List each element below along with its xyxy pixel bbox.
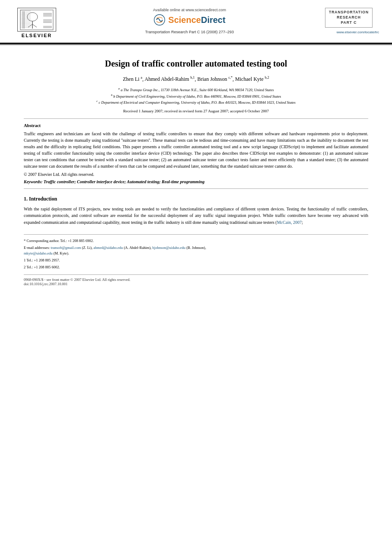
journal-title-line3: PART C [341, 20, 357, 25]
footnote-corresponding: * Corresponding author. Tel.: +1 208 885… [24, 238, 368, 244]
section-1-body: With the rapid deployment of ITS project… [24, 206, 368, 226]
header: ELSEVIER Available online at www.science… [0, 0, 392, 43]
abstract-section: Abstract Traffic engineers and technicia… [24, 123, 368, 184]
divider-bottom [24, 188, 368, 189]
email-mkname: (M. Kyte). [54, 251, 69, 255]
header-right: TRANSPORTATION RESEARCH PART C www.elsev… [319, 8, 379, 34]
elsevier-logo: ELSEVIER [13, 8, 61, 38]
svg-line-6 [32, 24, 37, 27]
section-1-label: Introduction [29, 196, 57, 202]
journal-url: www.elsevier.com/locate/trc [337, 30, 379, 34]
email-label: E-mail addresses: [24, 245, 51, 250]
email-bjohnson[interactable]: bjohnson@uidaho.edu [153, 245, 186, 250]
author-zhen-li: Zhen Li a [123, 76, 142, 82]
footer-issn: 0968-090X/$ - see front matter © 2007 El… [24, 277, 368, 282]
main-content: Design of traffic controller automated t… [0, 45, 392, 295]
journal-citation: Transportation Research Part C 16 (2008)… [145, 30, 234, 34]
author-ahmed: Ahmed Abdel-Rahim b,1 [145, 76, 195, 82]
received-dates: Received 1 January 2007; received in rev… [24, 109, 368, 113]
author-michael: Michael Kyte b,2 [235, 76, 269, 82]
section-1-number: 1. [24, 196, 29, 202]
header-center: Available online at www.sciencedirect.co… [61, 8, 319, 34]
journal-title-line2: RESEARCH [337, 15, 361, 19]
email-ahmed[interactable]: ahmed@uidaho.edu [93, 245, 123, 250]
footnote-email: E-mail addresses: transoft@gmail.com (Z.… [24, 245, 368, 257]
email-aabdel: (A. Abdel-Rahim), [124, 245, 152, 250]
email-bjname: (B. Johnson), [186, 245, 206, 250]
paper-title: Design of traffic controller automated t… [24, 58, 368, 69]
journal-title-line1: TRANSPORTATION [329, 10, 369, 14]
email-mkyte[interactable]: mkyte@uidaho.edu [24, 251, 53, 255]
divider-top [24, 118, 368, 119]
journal-title-box: TRANSPORTATION RESEARCH PART C [325, 8, 373, 28]
page: ELSEVIER Available online at www.science… [0, 0, 392, 535]
section-1-title: 1. Introduction [24, 196, 368, 202]
footer-doi: doi:10.1016/j.trc.2007.10.001 [24, 282, 368, 286]
available-online-text: Available online at www.sciencedirect.co… [153, 8, 226, 12]
author-brian: Brian Johnson c,* [198, 76, 233, 82]
email-zli: (Z. Li), [82, 245, 93, 250]
keywords-label: Keywords: [24, 179, 42, 184]
affiliation-a: a a The Transpo Group Inc., 11730 118th … [24, 86, 368, 93]
affiliation-b: b b Department of Civil Engineering, Uni… [24, 93, 368, 99]
mccain-ref-link[interactable]: McCain, 2007 [277, 220, 302, 225]
affiliation-c: c c Department of Electrical and Compute… [24, 99, 368, 105]
keywords-values: Traffic controller; Controller interface… [44, 179, 204, 184]
keywords: Keywords: Traffic controller; Controller… [24, 179, 368, 184]
footnotes: * Corresponding author. Tel.: +1 208 885… [24, 234, 368, 270]
sciencedirect-name: ScienceDirect [168, 15, 225, 25]
elsevier-text: ELSEVIER [22, 33, 52, 38]
abstract-title: Abstract [24, 123, 368, 128]
abstract-body: Traffic engineers and technicians are fa… [24, 131, 368, 169]
elsevier-logo-image [17, 8, 56, 32]
email-transoft[interactable]: transoft@gmail.com [51, 245, 81, 250]
sciencedirect-logo: ScienceDirect [153, 14, 225, 26]
footnote-1: 1 Tel.: +1 208 885 2957. [24, 258, 368, 264]
svg-line-5 [28, 24, 32, 27]
footnote-2: 2 Tel.: +1 208 885 6002. [24, 264, 368, 271]
footer-journal-info: 0968-090X/$ - see front matter © 2007 El… [24, 274, 368, 286]
authors: Zhen Li a, Ahmed Abdel-Rahim b,1, Brian … [24, 75, 368, 83]
svg-point-3 [27, 13, 38, 21]
copyright: © 2007 Elsevier Ltd. All rights reserved… [24, 172, 368, 177]
affiliations: a a The Transpo Group Inc., 11730 118th … [24, 86, 368, 105]
